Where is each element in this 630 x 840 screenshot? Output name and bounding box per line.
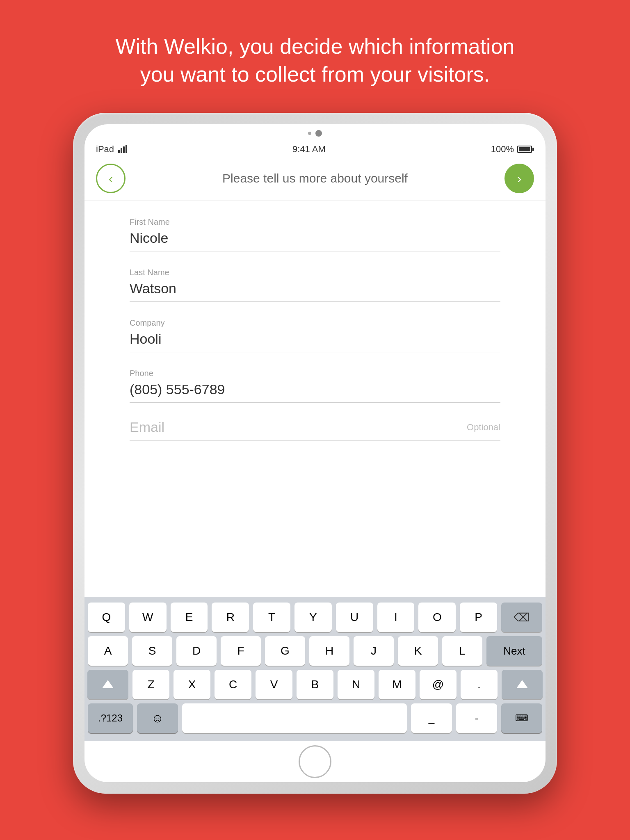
- home-button[interactable]: [299, 745, 331, 778]
- key-h[interactable]: H: [309, 636, 349, 666]
- status-left: iPad: [96, 144, 127, 155]
- numbers-label: .?123: [98, 712, 123, 724]
- key-w[interactable]: W: [129, 603, 167, 632]
- key-delete[interactable]: ⌫: [501, 603, 542, 632]
- camera-dot-small: [308, 132, 311, 135]
- company-label: Company: [130, 318, 500, 328]
- delete-icon: ⌫: [514, 611, 530, 624]
- key-z[interactable]: Z: [132, 670, 169, 699]
- key-y[interactable]: Y: [294, 603, 332, 632]
- battery-percent: 100%: [491, 144, 514, 155]
- first-name-label: First Name: [130, 217, 500, 227]
- key-o[interactable]: O: [418, 603, 456, 632]
- dismiss-icon: ⌨: [515, 713, 528, 724]
- phone-label: Phone: [130, 369, 500, 378]
- key-s[interactable]: S: [132, 636, 172, 666]
- device-name: iPad: [96, 144, 114, 155]
- key-q[interactable]: Q: [88, 603, 125, 632]
- key-l[interactable]: L: [442, 636, 482, 666]
- keyboard-row-1: Q W E R T Y U I O P ⌫: [88, 603, 542, 632]
- key-f[interactable]: F: [221, 636, 261, 666]
- key-c[interactable]: C: [215, 670, 251, 699]
- key-d[interactable]: D: [176, 636, 217, 666]
- nav-header: ‹ Please tell us more about yourself ›: [84, 156, 546, 201]
- key-x[interactable]: X: [173, 670, 210, 699]
- back-button[interactable]: ‹: [96, 164, 126, 193]
- chevron-left-icon: ‹: [109, 172, 113, 185]
- ipad-device: iPad 9:41 AM 100%: [73, 113, 557, 794]
- nav-title: Please tell us more about yourself: [126, 171, 504, 185]
- key-t[interactable]: T: [253, 603, 290, 632]
- key-dash[interactable]: -: [456, 703, 497, 733]
- key-period[interactable]: .: [461, 670, 498, 699]
- next-button[interactable]: ›: [504, 164, 534, 193]
- company-value: Hooli: [130, 331, 500, 352]
- last-name-label: Last Name: [130, 268, 500, 277]
- key-underscore[interactable]: _: [411, 703, 452, 733]
- key-e[interactable]: E: [171, 603, 208, 632]
- key-m[interactable]: M: [379, 670, 415, 699]
- key-j[interactable]: J: [354, 636, 394, 666]
- camera-area: [308, 130, 322, 137]
- first-name-value: Nicole: [130, 230, 500, 251]
- phone-field[interactable]: Phone (805) 555-6789: [130, 369, 500, 403]
- key-g[interactable]: G: [265, 636, 305, 666]
- key-numbers[interactable]: .?123: [88, 703, 133, 733]
- email-field[interactable]: Email Optional: [130, 419, 500, 441]
- key-r[interactable]: R: [212, 603, 249, 632]
- shift-right-icon: [516, 678, 528, 691]
- first-name-field[interactable]: First Name Nicole: [130, 217, 500, 251]
- last-name-field[interactable]: Last Name Watson: [130, 268, 500, 302]
- status-bar: iPad 9:41 AM 100%: [84, 141, 546, 156]
- keyboard-row-3: Z X C V B N M @ .: [88, 670, 542, 699]
- battery-icon: [517, 146, 534, 153]
- key-b[interactable]: B: [297, 670, 333, 699]
- keyboard-row-2: A S D F G H J K L Next: [88, 636, 542, 666]
- key-at[interactable]: @: [420, 670, 457, 699]
- status-time: 9:41 AM: [292, 144, 326, 155]
- key-shift-left[interactable]: [87, 670, 128, 699]
- key-a[interactable]: A: [88, 636, 128, 666]
- wifi-icon: [118, 146, 127, 153]
- key-p[interactable]: P: [460, 603, 497, 632]
- form-area: First Name Nicole Last Name Watson Compa…: [84, 201, 546, 597]
- key-shift-right[interactable]: [502, 670, 543, 699]
- email-placeholder: Email: [130, 419, 164, 435]
- shift-left-icon: [102, 678, 114, 691]
- status-right: 100%: [491, 144, 534, 155]
- key-n[interactable]: N: [338, 670, 374, 699]
- camera-dot-main: [315, 130, 322, 137]
- last-name-value: Watson: [130, 281, 500, 302]
- key-space[interactable]: [182, 703, 407, 733]
- key-dismiss[interactable]: ⌨: [501, 703, 542, 733]
- home-area: [84, 741, 546, 782]
- key-k[interactable]: K: [398, 636, 438, 666]
- company-field[interactable]: Company Hooli: [130, 318, 500, 352]
- key-u[interactable]: U: [336, 603, 373, 632]
- keyboard: Q W E R T Y U I O P ⌫ A S D F G: [84, 597, 546, 741]
- email-optional: Optional: [467, 422, 500, 433]
- keyboard-row-4: .?123 ☺ _ - ⌨: [88, 703, 542, 733]
- emoji-icon: ☺: [151, 711, 164, 725]
- key-v[interactable]: V: [256, 670, 292, 699]
- phone-value: (805) 555-6789: [130, 381, 500, 403]
- header-text: With Welkio, you decide which informatio…: [66, 33, 564, 88]
- chevron-right-icon: ›: [517, 172, 522, 185]
- key-next[interactable]: Next: [486, 636, 542, 666]
- key-emoji[interactable]: ☺: [137, 703, 178, 733]
- key-i[interactable]: I: [377, 603, 415, 632]
